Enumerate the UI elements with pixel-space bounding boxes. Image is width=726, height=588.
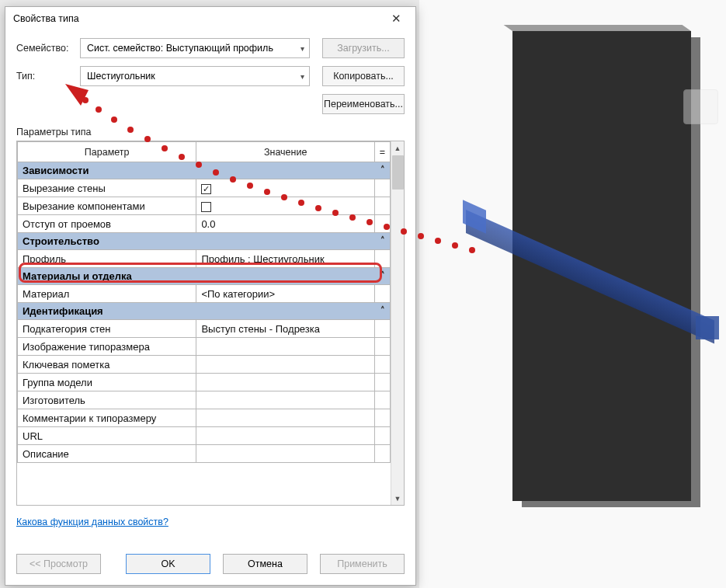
param-value[interactable] (196, 445, 375, 463)
collapse-icon[interactable]: ˄ (380, 305, 385, 315)
checkbox-checked-icon: ✓ (201, 184, 211, 194)
help-link[interactable]: Какова функция данных свойств? (16, 517, 405, 527)
parameters-table-area: Параметр Значение = Зависимости˄ Вырезан… (16, 141, 405, 506)
load-button: Загрузить... (322, 38, 405, 58)
col-eq[interactable]: = (375, 142, 391, 162)
group-constraints[interactable]: Зависимости˄ (18, 162, 391, 179)
param-name[interactable]: Изображение типоразмера (18, 338, 196, 356)
collapse-icon[interactable]: ˄ (380, 235, 385, 245)
param-name[interactable]: Отступ от проемов (18, 215, 196, 233)
family-value: Сист. семейство: Выступающий профиль (87, 43, 273, 54)
param-name[interactable]: Подкатегория стен (18, 320, 196, 338)
param-value[interactable]: ✓ (196, 179, 375, 197)
param-name[interactable]: Комментарии к типоразмеру (18, 409, 196, 427)
collapse-icon[interactable]: ˄ (380, 165, 385, 175)
dialog-titlebar: Свойства типа ✕ (5, 7, 415, 30)
param-value[interactable] (196, 338, 375, 356)
type-properties-dialog: Свойства типа ✕ Семейство: Сист. семейст… (5, 6, 416, 586)
param-value[interactable]: <По категории> (196, 285, 375, 303)
preview-button: << Просмотр (16, 554, 101, 574)
param-value-profile[interactable]: Профиль : Шестиугольник (196, 250, 375, 268)
viewport-3d[interactable] (419, 0, 726, 588)
cancel-button[interactable]: Отмена (223, 554, 307, 574)
scroll-thumb[interactable] (392, 155, 404, 190)
param-value[interactable]: Выступ стены - Подрезка (196, 320, 375, 338)
param-value[interactable] (196, 427, 375, 445)
param-name[interactable]: Вырезание стены (18, 179, 196, 197)
col-value[interactable]: Значение (196, 142, 375, 162)
type-dropdown[interactable]: Шестиугольник ▾ (80, 66, 310, 86)
collapse-icon[interactable]: ˄ (380, 270, 385, 280)
table-scrollbar[interactable]: ▲ ▼ (391, 141, 404, 505)
ok-button[interactable]: OK (126, 554, 210, 574)
param-name-profile[interactable]: Профиль (18, 250, 196, 268)
chevron-down-icon: ▾ (300, 44, 304, 53)
parameters-table[interactable]: Параметр Значение = Зависимости˄ Вырезан… (17, 141, 391, 505)
dialog-title: Свойства типа (13, 13, 385, 24)
param-name[interactable]: Группа модели (18, 374, 196, 391)
group-construction[interactable]: Строительство˄ (18, 233, 391, 250)
group-materials[interactable]: Материалы и отделка˄ (18, 268, 391, 285)
param-name[interactable]: Вырезание компонентами (18, 197, 196, 215)
param-name[interactable]: Описание (18, 445, 196, 463)
param-value[interactable] (196, 391, 375, 409)
view-cube[interactable] (683, 89, 718, 124)
param-name[interactable]: Изготовитель (18, 391, 196, 409)
family-label: Семейство: (16, 43, 80, 54)
type-value: Шестиугольник (87, 71, 155, 82)
param-name[interactable]: Ключевая пометка (18, 356, 196, 374)
param-value[interactable]: 0.0 (196, 215, 375, 233)
checkbox-unchecked-icon (201, 202, 211, 212)
family-dropdown[interactable]: Сист. семейство: Выступающий профиль ▾ (80, 38, 310, 58)
apply-button: Применить (320, 554, 405, 574)
duplicate-button[interactable]: Копировать... (322, 66, 405, 86)
rename-button[interactable]: Переименовать... (322, 94, 405, 114)
wall-sweep-end-right (696, 316, 719, 339)
param-value[interactable] (196, 409, 375, 427)
wall-top-face (504, 25, 691, 31)
param-value[interactable] (196, 197, 375, 215)
type-label: Тип: (16, 71, 80, 82)
close-icon[interactable]: ✕ (385, 9, 408, 29)
param-value[interactable] (196, 356, 375, 374)
scroll-down-icon[interactable]: ▼ (391, 492, 404, 505)
param-name[interactable]: URL (18, 427, 196, 445)
group-identity[interactable]: Идентификация˄ (18, 303, 391, 320)
param-name[interactable]: Материал (18, 285, 196, 303)
scroll-up-icon[interactable]: ▲ (391, 141, 404, 155)
chevron-down-icon: ▾ (300, 72, 304, 81)
type-params-label: Параметры типа (16, 127, 405, 137)
param-value[interactable] (196, 374, 375, 391)
col-parameter[interactable]: Параметр (18, 142, 196, 162)
